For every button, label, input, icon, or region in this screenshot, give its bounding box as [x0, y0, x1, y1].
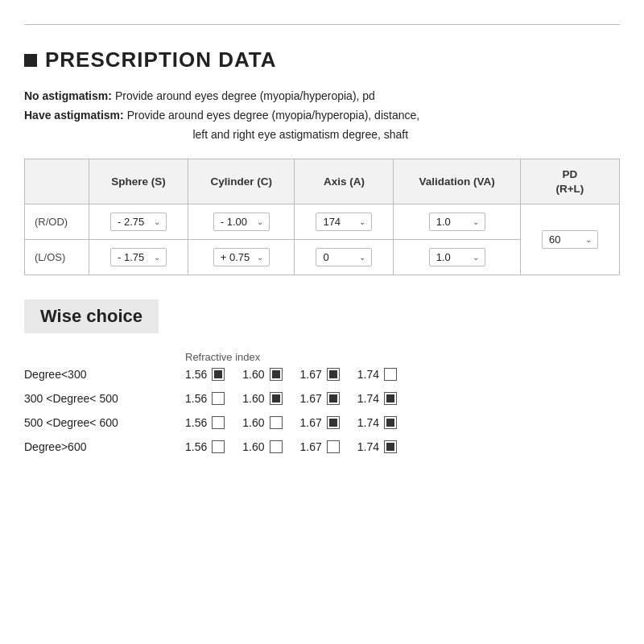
col-header-cylinder: Cylinder (C) [188, 159, 295, 204]
cell-validation-rod[interactable]: 1.0 ⌄ [394, 204, 520, 240]
ri-item: 1.67 [300, 368, 340, 381]
pd-chevron-icon: ⌄ [585, 235, 592, 244]
ri-value: 1.67 [300, 392, 322, 405]
degree-label: Degree<300 [24, 368, 185, 381]
ri-value: 1.74 [357, 392, 379, 405]
refractive-row: 500 <Degree< 6001.561.601.671.74 [24, 416, 620, 429]
ri-value: 1.60 [242, 416, 264, 429]
cylinder-los-value: + 0.75 [221, 251, 250, 263]
ri-checkbox[interactable] [270, 392, 283, 405]
ri-checkbox[interactable] [384, 416, 397, 429]
ri-value: 1.60 [242, 392, 264, 405]
cell-axis-los[interactable]: 0 ⌄ [295, 240, 394, 275]
ri-item: 1.60 [242, 392, 282, 405]
pd-select[interactable]: 60 ⌄ [542, 230, 598, 249]
ri-checkbox[interactable] [212, 440, 225, 453]
ri-value: 1.56 [185, 440, 207, 453]
note-text-have-astigmatism: Provide around eyes degree (myopia/hyper… [127, 106, 419, 145]
col-header-validation: Validation (VA) [394, 159, 520, 204]
ri-checkbox[interactable] [212, 368, 225, 381]
sphere-los-chevron-icon: ⌄ [154, 253, 160, 262]
ri-items: 1.561.601.671.74 [185, 368, 620, 381]
ri-value: 1.67 [300, 368, 322, 381]
cylinder-los-chevron-icon: ⌄ [257, 253, 263, 262]
ri-item: 1.67 [300, 392, 340, 405]
ri-checkbox[interactable] [270, 416, 283, 429]
ri-checkbox[interactable] [270, 440, 283, 453]
ri-item: 1.67 [300, 440, 340, 453]
refractive-row: 300 <Degree< 5001.561.601.671.74 [24, 392, 620, 405]
refractive-index-table: Refractive index Degree<3001.561.601.671… [24, 351, 620, 453]
degree-label: Degree>600 [24, 440, 185, 453]
prescription-table: Sphere (S) Cylinder (C) Axis (A) Validat… [24, 159, 620, 275]
ri-value: 1.60 [242, 440, 264, 453]
cylinder-los-select[interactable]: + 0.75 ⌄ [213, 248, 270, 266]
prescription-notes: No astigmatism: Provide around eyes degr… [24, 87, 620, 144]
ri-item: 1.67 [300, 416, 340, 429]
cell-pd[interactable]: 60 ⌄ [520, 204, 619, 275]
cell-sphere-rod[interactable]: - 2.75 ⌄ [89, 204, 188, 240]
sphere-los-select[interactable]: - 1.75 ⌄ [110, 248, 167, 266]
ri-checkbox[interactable] [384, 368, 397, 381]
ri-checkbox[interactable] [384, 440, 397, 453]
axis-rod-chevron-icon: ⌄ [359, 217, 365, 226]
validation-los-select[interactable]: 1.0 ⌄ [429, 248, 485, 266]
sphere-rod-select[interactable]: - 2.75 ⌄ [110, 213, 167, 231]
ri-value: 1.74 [357, 440, 379, 453]
ri-checkbox[interactable] [327, 416, 340, 429]
note-row-have-astigmatism: Have astigmatism: Provide around eyes de… [24, 106, 620, 145]
ri-checkbox[interactable] [327, 440, 340, 453]
row-label-los: (L/OS) [25, 240, 89, 275]
ri-item: 1.56 [185, 368, 225, 381]
cell-sphere-los[interactable]: - 1.75 ⌄ [89, 240, 188, 275]
cylinder-rod-select[interactable]: - 1.00 ⌄ [213, 213, 270, 231]
pd-value: 60 [549, 233, 560, 246]
refractive-rows-container: Degree<3001.561.601.671.74300 <Degree< 5… [24, 368, 620, 453]
validation-los-chevron-icon: ⌄ [473, 253, 479, 262]
col-header-pd: PD(R+L) [520, 159, 619, 204]
ri-value: 1.67 [300, 416, 322, 429]
refractive-row: Degree<3001.561.601.671.74 [24, 368, 620, 381]
cell-cylinder-rod[interactable]: - 1.00 ⌄ [188, 204, 295, 240]
degree-label: 500 <Degree< 600 [24, 416, 185, 429]
cell-axis-rod[interactable]: 174 ⌄ [295, 204, 394, 240]
ri-checkbox[interactable] [327, 392, 340, 405]
ri-item: 1.74 [357, 392, 397, 405]
ri-value: 1.56 [185, 392, 207, 405]
ri-items: 1.561.601.671.74 [185, 416, 620, 429]
ri-value: 1.60 [242, 368, 264, 381]
cylinder-rod-chevron-icon: ⌄ [257, 217, 263, 226]
section-title-prescription: PRESCRIPTION DATA [24, 47, 620, 72]
degree-label: 300 <Degree< 500 [24, 392, 185, 405]
refractive-row: Degree>6001.561.601.671.74 [24, 440, 620, 453]
ri-item: 1.74 [357, 368, 397, 381]
ri-items: 1.561.601.671.74 [185, 392, 620, 405]
col-header-empty [25, 159, 89, 204]
ri-checkbox[interactable] [327, 368, 340, 381]
top-divider [24, 24, 620, 25]
sphere-rod-value: - 2.75 [118, 216, 144, 228]
axis-los-select[interactable]: 0 ⌄ [316, 248, 372, 266]
ri-checkbox[interactable] [212, 416, 225, 429]
title-square-icon [24, 54, 37, 67]
col-header-axis: Axis (A) [295, 159, 394, 204]
ri-value: 1.56 [185, 368, 207, 381]
cell-validation-los[interactable]: 1.0 ⌄ [394, 240, 520, 275]
note-label-no-astigmatism: No astigmatism: [24, 87, 112, 106]
prescription-title: PRESCRIPTION DATA [45, 47, 277, 72]
ri-item: 1.56 [185, 392, 225, 405]
validation-rod-select[interactable]: 1.0 ⌄ [429, 213, 485, 231]
axis-rod-select[interactable]: 174 ⌄ [316, 213, 372, 231]
ri-item: 1.74 [357, 440, 397, 453]
wise-choice-title: Wise choice [24, 299, 159, 333]
cell-cylinder-los[interactable]: + 0.75 ⌄ [188, 240, 295, 275]
sphere-los-value: - 1.75 [118, 251, 144, 263]
table-row-rod: (R/OD) - 2.75 ⌄ - 1.00 ⌄ 174 ⌄ [25, 204, 620, 240]
refractive-header-row: Refractive index [24, 351, 620, 363]
ri-checkbox[interactable] [270, 368, 283, 381]
ri-checkbox[interactable] [212, 392, 225, 405]
ri-checkbox[interactable] [384, 392, 397, 405]
ri-items: 1.561.601.671.74 [185, 440, 620, 453]
refractive-index-label: Refractive index [185, 351, 620, 363]
ri-item: 1.60 [242, 368, 282, 381]
